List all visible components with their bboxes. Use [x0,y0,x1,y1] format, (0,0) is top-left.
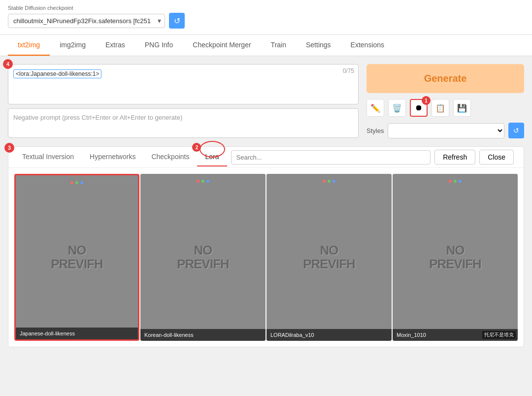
right-panel: Generate ✏️ 🗑️ ⏺ 1 📋 💾 Styles [366,64,524,138]
record-icon: ⏺ [415,103,423,112]
lora-close-button[interactable]: Close [479,150,514,165]
dot-green-4 [454,180,457,183]
clipboard-icon: 📋 [435,103,445,113]
lora-card-3[interactable]: NOPREVIFH LORADilraba_v10 [266,174,392,341]
lora-tab-hypernetworks[interactable]: Hypernetworks [82,148,143,166]
lora-card-name-3: LORADilraba_v10 [266,329,392,341]
lora-card-1[interactable]: NOPREVIFH Japanese-doll-likeness [14,174,139,341]
lora-tab-checkpoints[interactable]: Checkpoints [143,148,197,166]
tab-train[interactable]: Train [261,35,296,56]
trash-icon: 🗑️ [392,103,402,113]
dot-green-2 [201,180,204,183]
main-tabs-bar: txt2img img2img Extras PNG Info Checkpoi… [0,35,532,56]
lora-refresh-button[interactable]: Refresh [434,150,475,165]
main-content: 4 0/75 <lora:Japanese-doll-likeness:1> N… [0,56,532,146]
lora-tab-textual-inversion[interactable]: Textual Inversion [14,148,82,166]
clipboard-button[interactable]: 📋 [432,99,449,117]
lora-tabs: Textual Inversion Hypernetworks Checkpoi… [8,147,524,168]
left-panel: 4 0/75 <lora:Japanese-doll-likeness:1> N… [8,64,359,138]
lora-card-2[interactable]: NOPREVIFH Korean-doll-likeness [140,174,266,341]
styles-select[interactable] [388,123,504,138]
checkpoint-label: Stable Diffusion checkpoint [8,5,524,11]
save-icon: 💾 [457,103,467,113]
lora-grid: NOPREVIFH Japanese-doll-likeness NOPREVI… [8,168,524,347]
action-buttons: ✏️ 🗑️ ⏺ 1 📋 💾 [366,97,524,119]
step3-badge: 3 [4,143,14,153]
no-preview-text-3: NOPREVIFH [301,243,357,271]
prompt-area: 0/75 <lora:Japanese-doll-likeness:1> [8,64,359,104]
pencil-icon: ✏️ [370,103,380,113]
lora-tab-lora[interactable]: 2 Lora [197,148,227,166]
record-button[interactable]: ⏺ 1 [410,99,428,117]
dot-blue-4 [459,180,462,183]
lora-panel: 3 Textual Inversion Hypernetworks Checkp… [8,146,524,347]
lora-card-name-4: Moxin_1010 托尼不是塔克 [393,329,518,341]
dot-red-1 [70,181,73,184]
lora-card-name-1: Japanese-doll-likeness [16,328,138,339]
no-preview-text-1: NOPREVIFH [49,243,105,271]
tab-settings[interactable]: Settings [296,35,341,56]
save-button[interactable]: 💾 [453,99,471,117]
step2-badge: 2 [192,143,201,152]
dot-blue-2 [206,180,209,183]
lora-search-bar: Refresh Close [227,147,518,167]
dot-red-3 [323,180,326,183]
styles-row: Styles ↺ [366,123,524,138]
tab-img2img[interactable]: img2img [50,35,96,56]
tab-txt2img[interactable]: txt2img [8,35,50,56]
generate-button[interactable]: Generate [366,64,524,93]
lora-tag: <lora:Japanese-doll-likeness:1> [13,69,101,78]
prompt-container: 4 0/75 <lora:Japanese-doll-likeness:1> [8,64,359,104]
tab-extensions[interactable]: Extensions [341,35,394,56]
negative-prompt[interactable]: Negative prompt (press Ctrl+Enter or Alt… [8,108,359,138]
record-badge: 1 [422,96,431,105]
styles-refresh-button[interactable]: ↺ [508,123,524,138]
styles-refresh-icon: ↺ [513,127,519,134]
lora-search-input[interactable] [231,150,431,165]
dot-green-3 [328,180,331,183]
prompt-text[interactable]: <lora:Japanese-doll-likeness:1> [8,65,358,104]
negative-prompt-placeholder: Negative prompt (press Ctrl+Enter or Alt… [13,114,182,121]
tab-checkpoint-merger[interactable]: Checkpoint Merger [183,35,261,56]
lora-card-name-2: Korean-doll-likeness [140,329,266,341]
checkpoint-select-wrapper: chilloutmix_NiPrunedFp32Fix.safetensors … [8,14,165,28]
pencil-button[interactable]: ✏️ [366,99,384,117]
lora-card-4[interactable]: NOPREVIFH Moxin_1010 托尼不是塔克 [393,174,518,341]
tab-png-info[interactable]: PNG Info [135,35,183,56]
dot-green-1 [75,181,78,184]
step4-badge: 4 [3,59,13,69]
no-preview-text-2: NOPREVIFH [175,243,231,271]
dot-blue-3 [332,180,335,183]
checkpoint-refresh-button[interactable]: ↺ [169,13,185,29]
top-bar: Stable Diffusion checkpoint chilloutmix_… [0,0,532,35]
checkpoint-row: chilloutmix_NiPrunedFp32Fix.safetensors … [8,13,524,29]
trash-button[interactable]: 🗑️ [388,99,406,117]
dot-blue-1 [80,181,83,184]
dot-red-4 [449,180,452,183]
checkpoint-select[interactable]: chilloutmix_NiPrunedFp32Fix.safetensors … [8,14,165,28]
dot-red-2 [197,180,200,183]
refresh-icon: ↺ [174,16,180,26]
watermark: 托尼不是塔克 [482,331,516,339]
styles-label: Styles [366,127,384,134]
no-preview-text-4: NOPREVIFH [427,243,483,271]
tab-extras[interactable]: Extras [96,35,135,56]
